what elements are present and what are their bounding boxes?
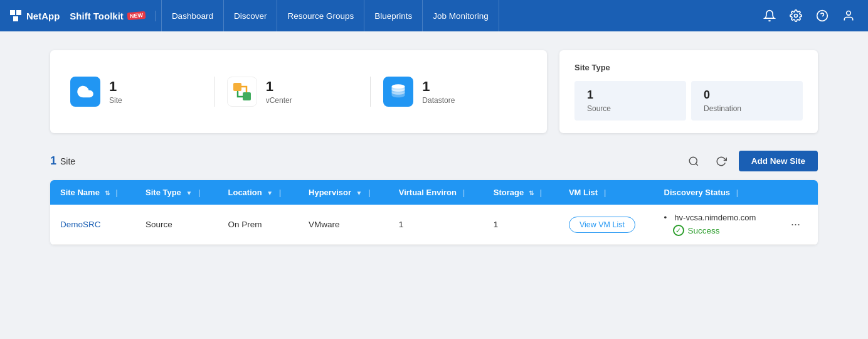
cell-storage: 1 (484, 205, 559, 245)
table-header: Site Name ⇅ | Site Type ▼ | Location ▼ | (50, 180, 818, 205)
col-site-name: Site Name ⇅ | (50, 180, 135, 205)
site-name-link[interactable]: DemoSRC (60, 220, 101, 229)
site-label: Site (109, 96, 122, 105)
refresh-icon (716, 156, 727, 167)
stats-card: 1 Site 1 vCenter (50, 50, 547, 133)
cell-site-type: Source (135, 205, 218, 245)
site-count: 1 (109, 78, 122, 95)
svg-point-6 (847, 11, 851, 16)
vcenter-count: 1 (266, 78, 292, 95)
col-divider: | (115, 188, 118, 197)
discovery-host: hv-vcsa.nimdemo.com (674, 213, 756, 222)
table-count-label: Site (60, 156, 75, 166)
settings-icon-btn[interactable] (786, 6, 805, 25)
netapp-icon (10, 10, 24, 21)
discovery-bullet: • (664, 213, 667, 222)
nav-link-discover[interactable]: Discover (224, 0, 278, 31)
site-type-card: Site Type 1 Source 0 Destination (559, 50, 818, 133)
user-icon-btn[interactable] (839, 6, 858, 25)
col-divider: | (279, 188, 282, 197)
netapp-label: NetApp (26, 11, 60, 21)
svg-rect-8 (243, 92, 251, 100)
sites-table: Site Name ⇅ | Site Type ▼ | Location ▼ | (50, 180, 818, 245)
view-vm-list-button[interactable]: View VM List (569, 217, 635, 233)
source-number: 1 (587, 89, 674, 102)
vcenter-stat: 1 vCenter (214, 77, 371, 107)
table-actions: Add New Site (684, 151, 818, 171)
add-new-site-button[interactable]: Add New Site (739, 151, 818, 171)
datastore-info: 1 Datastore (422, 78, 455, 105)
col-divider: | (368, 188, 371, 197)
datastore-icon (389, 83, 407, 100)
site-info: 1 Site (109, 78, 122, 105)
col-virtual-environ: Virtual Environ | (389, 180, 484, 205)
help-icon-btn[interactable] (813, 6, 832, 25)
svg-point-3 (795, 14, 798, 18)
cell-more-actions: ··· (777, 205, 818, 245)
col-location: Location ▼ | (218, 180, 299, 205)
col-divider: | (198, 188, 201, 197)
svg-line-11 (696, 163, 697, 165)
nav-links: Dashboard Discover Resource Groups Bluep… (161, 0, 760, 31)
refresh-icon-btn[interactable] (711, 151, 731, 171)
datastore-label: Datastore (422, 96, 455, 105)
site-type-title: Site Type (574, 63, 803, 72)
cell-location: On Prem (218, 205, 299, 245)
source-label: Source (587, 104, 674, 113)
svg-point-10 (689, 157, 697, 164)
success-check-icon: ✓ (673, 225, 684, 236)
vcenter-icon (231, 80, 253, 103)
new-badge: NEW (127, 11, 146, 20)
col-storage: Storage ⇅ | (484, 180, 559, 205)
cell-hypervisor: VMware (299, 205, 389, 245)
vcenter-info: 1 vCenter (266, 78, 292, 105)
user-icon (842, 9, 855, 22)
nav-link-job-monitoring[interactable]: Job Monitoring (423, 0, 499, 31)
col-divider: | (463, 188, 465, 197)
destination-number: 0 (704, 89, 790, 102)
nav-link-dashboard[interactable]: Dashboard (161, 0, 224, 31)
cell-site-name: DemoSRC (50, 205, 135, 245)
svg-rect-1 (16, 10, 21, 15)
nav-link-blueprints[interactable]: Blueprints (364, 0, 423, 31)
site-type-row: 1 Source 0 Destination (574, 81, 803, 121)
main-content: 1 Site 1 vCenter (0, 31, 868, 264)
filter-icon-hypervisor: ▼ (356, 190, 363, 196)
col-divider: | (736, 188, 739, 197)
top-cards-row: 1 Site 1 vCenter (50, 50, 818, 133)
netapp-logo: NetApp (10, 10, 60, 21)
datastore-count: 1 (422, 78, 455, 95)
vcenter-icon-wrapper (227, 77, 257, 107)
destination-stat: 0 Destination (691, 81, 803, 121)
svg-rect-2 (13, 16, 18, 21)
cloud-icon (77, 83, 94, 100)
svg-rect-7 (233, 83, 241, 91)
app-title: Shift Toolkit (70, 11, 124, 21)
datastore-icon-wrapper (383, 77, 413, 107)
col-divider: | (604, 188, 606, 197)
search-icon-btn[interactable] (684, 151, 704, 171)
sort-icon-site-name: ⇅ (105, 190, 110, 196)
col-hypervisor: Hypervisor ▼ | (299, 180, 389, 205)
table-count: 1 (50, 154, 56, 168)
bell-icon-btn[interactable] (760, 6, 779, 25)
nav-brand: NetApp (10, 10, 60, 21)
table-section: 1 Site Add New Site (50, 151, 818, 245)
datastore-stat: 1 Datastore (371, 77, 527, 107)
more-actions-button[interactable]: ··· (787, 217, 804, 232)
filter-icon-location: ▼ (267, 190, 273, 196)
bell-icon (763, 9, 776, 22)
cell-discovery-status: • hv-vcsa.nimdemo.com ✓ Success (654, 205, 777, 245)
site-stat: 1 Site (70, 77, 214, 107)
help-icon (816, 9, 828, 22)
table-header-row: 1 Site Add New Site (50, 151, 818, 171)
cell-vm-list: View VM List (559, 205, 654, 245)
nav-link-resource-groups[interactable]: Resource Groups (277, 0, 364, 31)
discovery-status-text: Success (688, 226, 720, 235)
nav-icons (760, 6, 858, 25)
gear-icon (790, 9, 802, 22)
table-row: DemoSRC Source On Prem VMware 1 1 View V… (50, 205, 818, 245)
site-icon-wrapper (70, 77, 100, 107)
col-site-type: Site Type ▼ | (135, 180, 218, 205)
destination-label: Destination (704, 104, 790, 113)
